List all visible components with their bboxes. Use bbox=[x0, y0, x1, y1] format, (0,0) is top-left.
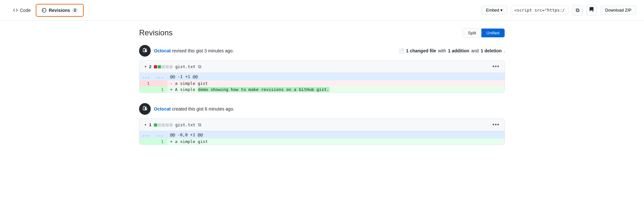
revisions-count: 2 bbox=[72, 8, 78, 13]
copy-button[interactable]: ⧉ bbox=[572, 5, 583, 16]
diff-change-count-2: 1 bbox=[149, 122, 151, 127]
revisions-tab-label: Revisions bbox=[49, 8, 70, 13]
revision-meta-2: Octocat created this gist 6 minutes ago. bbox=[154, 106, 234, 111]
del-line-num: 1 bbox=[139, 80, 153, 86]
revision-left-2: Octocat created this gist 6 minutes ago. bbox=[139, 103, 234, 115]
add-line-num-left-2 bbox=[139, 138, 153, 145]
embed-chevron-icon: ▾ bbox=[500, 8, 503, 13]
download-label: Download ZIP bbox=[605, 8, 631, 13]
del-line-num-right bbox=[153, 80, 167, 86]
raw-icon bbox=[589, 7, 594, 13]
hunk-line-num-left-2: ... bbox=[139, 131, 153, 138]
revision-action-2: created this gist bbox=[172, 106, 205, 111]
download-zip-button[interactable]: Download ZIP bbox=[600, 5, 636, 15]
code-icon bbox=[13, 8, 18, 13]
diff-hunk-row: ... ... @@ -1 +1 @@ bbox=[139, 73, 505, 80]
revision-action: revised this gist bbox=[172, 48, 204, 53]
changed-files: 1 changed file bbox=[406, 48, 436, 53]
neutral-square-2a bbox=[158, 123, 161, 127]
revision-left: Octocat revised this gist 3 minutes ago. bbox=[139, 45, 234, 57]
diff-filename: gist.txt bbox=[175, 64, 195, 69]
main-content: Revisions Split Unified Octocat revised … bbox=[129, 21, 515, 163]
revision-meta: Octocat revised this gist 3 minutes ago. bbox=[154, 48, 234, 53]
avatar-2 bbox=[139, 103, 151, 115]
diff-table-2: ... ... @@ -0,0 +1 @@ 1 + a simple gist bbox=[139, 131, 505, 145]
tab-code[interactable]: Code bbox=[8, 4, 36, 16]
hunk-content-2: @@ -0,0 +1 @@ bbox=[167, 131, 505, 138]
deletions: 1 deletion bbox=[481, 48, 502, 53]
neutral-square-1 bbox=[162, 65, 165, 68]
diff-filename-2: gist.txt bbox=[175, 122, 195, 127]
diff-add-row-2: 1 + a simple gist bbox=[139, 138, 505, 145]
diff-block-2: ▾ 1 gist.txt ⧉ ••• . bbox=[139, 119, 505, 145]
diff-file-header: ▾ 2 gist.txt ⧉ ••• bbox=[139, 61, 505, 73]
nav-tabs: Code Revisions 2 bbox=[8, 4, 84, 17]
copy-icon: ⧉ bbox=[576, 7, 579, 13]
neutral-square-3 bbox=[169, 65, 173, 68]
tab-revisions[interactable]: Revisions 2 bbox=[36, 4, 84, 17]
revision-time-2: 6 minutes ago bbox=[205, 106, 233, 111]
diff-change-count: 2 bbox=[149, 64, 151, 69]
diff-chevron-icon[interactable]: ▾ bbox=[145, 65, 147, 69]
neutral-square-2d bbox=[169, 123, 173, 127]
embed-button[interactable]: Embed ▾ bbox=[481, 5, 507, 15]
diff-squares bbox=[154, 65, 173, 68]
file-changed-icon: 📄 bbox=[399, 48, 404, 53]
avatar bbox=[139, 45, 151, 57]
diff-hunk-row-2: ... ... @@ -0,0 +1 @@ bbox=[139, 131, 505, 138]
revision-time: 3 minutes ago bbox=[204, 48, 232, 53]
neutral-square-2b bbox=[162, 123, 165, 127]
diff-file-header-2: ▾ 1 gist.txt ⧉ ••• bbox=[139, 119, 505, 131]
code-tab-label: Code bbox=[20, 8, 31, 13]
additions: 1 addition bbox=[448, 48, 469, 53]
page-title: Revisions bbox=[139, 28, 173, 37]
revision-item: Octocat revised this gist 3 minutes ago.… bbox=[139, 45, 505, 93]
add-line-num: 1 bbox=[153, 86, 167, 93]
add-content-2: + a simple gist bbox=[167, 138, 505, 145]
top-navigation: Code Revisions 2 Embed ▾ ⧉ Download ZIP bbox=[0, 0, 644, 21]
neutral-square-2c bbox=[166, 123, 169, 127]
diff-more-button[interactable]: ••• bbox=[492, 63, 499, 70]
diff-more-button-2[interactable]: ••• bbox=[492, 121, 499, 128]
hunk-content: @@ -1 +1 @@ bbox=[167, 73, 505, 80]
diff-del-row: 1 - a simple gist bbox=[139, 80, 505, 86]
revision-stats: 📄 1 changed file with 1 addition and 1 d… bbox=[399, 48, 505, 53]
add-line-num-left bbox=[139, 86, 153, 93]
add-line-num-2: 1 bbox=[153, 138, 167, 145]
revision-header: Octocat revised this gist 3 minutes ago.… bbox=[139, 45, 505, 57]
view-toggle: Split Unified bbox=[462, 28, 505, 38]
diff-copy-icon[interactable]: ⧉ bbox=[198, 64, 201, 69]
diff-add-highlight: demo showing how to make revisions on a … bbox=[198, 87, 329, 92]
diff-copy-icon-2[interactable]: ⧉ bbox=[198, 122, 201, 128]
neutral-square-2 bbox=[166, 65, 169, 68]
hunk-line-num-right-2: ... bbox=[153, 131, 167, 138]
revisions-icon bbox=[42, 8, 47, 13]
revision-username-2[interactable]: Octocat bbox=[154, 106, 171, 111]
page-header-row: Revisions Split Unified bbox=[139, 28, 505, 45]
svg-point-0 bbox=[43, 10, 44, 11]
diff-file-left: ▾ 2 gist.txt ⧉ bbox=[145, 64, 201, 69]
diff-chevron-icon-2[interactable]: ▾ bbox=[145, 123, 147, 127]
diff-file-left-2: ▾ 1 gist.txt ⧉ bbox=[145, 122, 201, 128]
embed-label: Embed bbox=[486, 8, 499, 13]
revision-username[interactable]: Octocat bbox=[154, 48, 171, 53]
add-content: + A simple demo showing how to make revi… bbox=[167, 86, 505, 93]
nav-actions: Embed ▾ ⧉ Download ZIP bbox=[481, 5, 636, 16]
raw-button[interactable] bbox=[586, 5, 597, 16]
split-view-button[interactable]: Split bbox=[463, 29, 481, 37]
revision-item: Octocat created this gist 6 minutes ago.… bbox=[139, 103, 505, 145]
hunk-line-num-left: ... bbox=[139, 73, 153, 80]
diff-block: ▾ 2 gist.txt ⧉ ••• . bbox=[139, 60, 505, 93]
diff-add-row: 1 + A simple demo showing how to make re… bbox=[139, 86, 505, 93]
revision-header-2: Octocat created this gist 6 minutes ago. bbox=[139, 103, 505, 115]
del-square bbox=[154, 65, 157, 68]
unified-view-button[interactable]: Unified bbox=[481, 29, 505, 37]
add-square bbox=[158, 65, 161, 68]
del-content: - a simple gist bbox=[167, 80, 505, 86]
diff-squares-2 bbox=[154, 123, 173, 127]
diff-table: ... ... @@ -1 +1 @@ 1 - a simple gist 1 … bbox=[139, 73, 505, 93]
script-src-input[interactable] bbox=[511, 6, 569, 14]
hunk-line-num-right: ... bbox=[153, 73, 167, 80]
add-square-2 bbox=[154, 123, 157, 127]
